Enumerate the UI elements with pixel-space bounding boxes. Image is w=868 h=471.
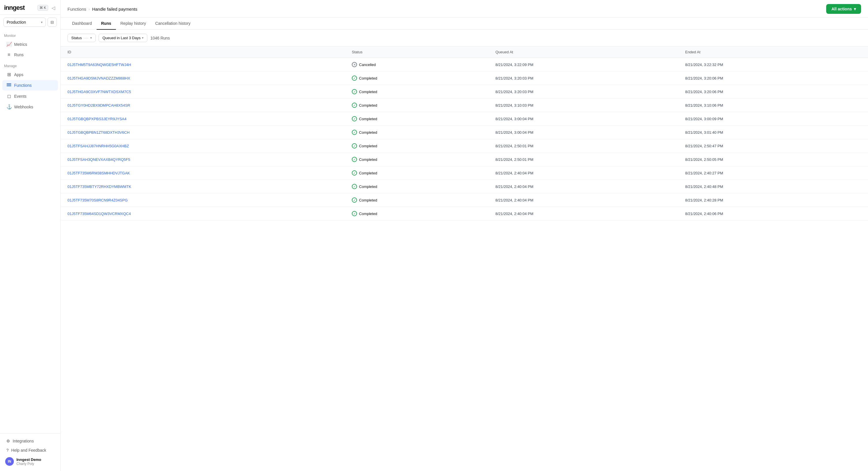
environment-select[interactable]: Production ▾ (3, 18, 46, 27)
table-row: 01J5THGA9C0XVF7NWTXDSXM7C5✓Completed8/21… (61, 85, 868, 99)
run-id-link[interactable]: 01J5TFSAHJJ87HNRHH5G0AXHBZ (67, 144, 129, 148)
sidebar-item-runs[interactable]: ≡ Runs (2, 50, 58, 60)
main-content: Functions › Handle failed payments All a… (61, 0, 868, 471)
runs-table: ID Status Queued At Ended At 01J5THM5T9A… (61, 46, 868, 221)
tab-cancellation[interactable]: Cancellation history (151, 18, 195, 30)
filter-button[interactable]: ⊟ (48, 18, 57, 27)
svg-rect-2 (7, 86, 11, 86)
sidebar-item-help[interactable]: ? Help and Feedback (2, 446, 58, 455)
run-status-cell: ✓Completed (345, 166, 489, 180)
run-id-link[interactable]: 01J5TF735M6RM38SMHHDVJTGAK (67, 171, 130, 175)
run-queued-at: 8/21/2024, 3:22:09 PM (489, 58, 678, 71)
status-filter[interactable]: Status ····· ▾ (67, 34, 96, 42)
breadcrumb-functions-link[interactable]: Functions (67, 7, 86, 11)
sidebar-item-metrics-label: Metrics (14, 42, 27, 47)
run-id-link[interactable]: 01J5THM5T9A63NQWGE5HFTWJ4H (67, 63, 131, 67)
run-queued-at: 8/21/2024, 3:20:03 PM (489, 85, 678, 99)
webhooks-icon: ⚓ (6, 104, 11, 109)
collapse-sidebar-button[interactable]: ◁ (50, 5, 57, 11)
run-id-cell: 01J5TF735MBTY72RHXDYMBWMTK (61, 180, 345, 193)
run-id-link[interactable]: 01J5TGY0HD2BX9DMPCAH8X54SR (67, 103, 130, 107)
run-id-link[interactable]: 01J5THGA9DSMJVNADZZZM868HX (67, 76, 130, 81)
sidebar-item-apps-label: Apps (14, 72, 23, 77)
breadcrumb-current: Handle failed payments (92, 7, 137, 11)
shortcut-icon: ⌘ (39, 6, 43, 10)
run-ended-at: 8/21/2024, 3:20:06 PM (678, 71, 868, 85)
all-actions-button[interactable]: All actions ▾ (826, 4, 861, 14)
run-ended-at: 8/21/2024, 2:50:05 PM (678, 153, 868, 166)
user-row[interactable]: IN Inngest Demo Charly Poly (2, 455, 58, 468)
run-queued-at: 8/21/2024, 2:40:04 PM (489, 207, 678, 221)
run-status-cell: ✓Completed (345, 126, 489, 139)
sidebar-item-metrics[interactable]: 📈 Metrics (2, 39, 58, 49)
queued-filter-label: Queued in Last 3 Days (102, 36, 141, 40)
completed-icon: ✓ (352, 197, 357, 202)
table-row: 01J5TF735M70S8RCN9R4Z04SPG✓Completed8/21… (61, 193, 868, 207)
sidebar-item-webhooks[interactable]: ⚓ Webhooks (2, 102, 58, 112)
run-id-cell: 01J5TGBQBPXPBS3JEYR9JYSA4 (61, 112, 345, 126)
user-info: Inngest Demo Charly Poly (17, 458, 41, 466)
run-queued-at: 8/21/2024, 3:00:04 PM (489, 126, 678, 139)
run-queued-at: 8/21/2024, 2:50:01 PM (489, 139, 678, 153)
sidebar-item-apps[interactable]: ⊞ Apps (2, 69, 58, 80)
run-status-cell: ✓Completed (345, 71, 489, 85)
sidebar-header: inngest ⌘ K ◁ (0, 0, 60, 15)
sidebar-item-functions[interactable]: Functions (2, 80, 58, 91)
environment-selector: Production ▾ ⊟ (3, 18, 57, 27)
run-id-link[interactable]: 01J5TF735M64SD1QW3VCRMXQC4 (67, 212, 131, 216)
tab-dashboard[interactable]: Dashboard (67, 18, 97, 30)
tab-runs[interactable]: Runs (97, 18, 116, 30)
run-id-link[interactable]: 01J5TGBQBPXPBS3JEYR9JYSA4 (67, 117, 126, 121)
shortcut-badge[interactable]: ⌘ K (37, 5, 48, 11)
run-id-cell: 01J5TFSAHJJ87HNRHH5G0AXHBZ (61, 139, 345, 153)
help-icon: ? (6, 448, 9, 452)
environment-label: Production (7, 20, 26, 25)
run-id-cell: 01J5THGA9C0XVF7NWTXDSXM7C5 (61, 85, 345, 99)
run-id-cell: 01J5TF735M70S8RCN9R4Z04SPG (61, 193, 345, 207)
user-sub: Charly Poly (17, 462, 41, 466)
run-ended-at: 8/21/2024, 3:10:06 PM (678, 99, 868, 112)
run-ended-at: 8/21/2024, 3:01:40 PM (678, 126, 868, 139)
completed-icon: ✓ (352, 89, 357, 94)
run-id-link[interactable]: 01J5THGA9C0XVF7NWTXDSXM7C5 (67, 90, 131, 94)
integrations-icon: ⚙ (6, 439, 10, 443)
col-queued-at: Queued At (489, 46, 678, 58)
status-label: Completed (359, 198, 377, 202)
run-id-link[interactable]: 01J5TF735MBTY72RHXDYMBWMTK (67, 185, 131, 189)
run-id-link[interactable]: 01J5TGBQBPBN1ZT68DXTH3V6CH (67, 130, 129, 135)
completed-icon: ✓ (352, 211, 357, 216)
table-row: 01J5TGBQBPBN1ZT68DXTH3V6CH✓Completed8/21… (61, 126, 868, 139)
table-row: 01J5TFSAHJJ87HNRHH5G0AXHBZ✓Completed8/21… (61, 139, 868, 153)
status-label: Completed (359, 157, 377, 162)
run-ended-at: 8/21/2024, 3:00:09 PM (678, 112, 868, 126)
col-status: Status (345, 46, 489, 58)
sidebar-item-help-label: Help and Feedback (11, 448, 46, 452)
sidebar-item-integrations-label: Integrations (13, 439, 34, 443)
status-label: Cancelled (359, 63, 376, 67)
sidebar: inngest ⌘ K ◁ Production ▾ ⊟ Monitor 📈 M… (0, 0, 61, 471)
avatar: IN (5, 457, 14, 466)
sidebar-item-integrations[interactable]: ⚙ Integrations (2, 436, 58, 446)
col-ended-at: Ended At (678, 46, 868, 58)
completed-icon: ✓ (352, 143, 357, 149)
chevron-down-icon: ▾ (41, 21, 43, 24)
run-id-link[interactable]: 01J5TF735M70S8RCN9R4Z04SPG (67, 198, 128, 202)
status-label: Completed (359, 212, 377, 216)
run-id-cell: 01J5TGY0HD2BX9DMPCAH8X54SR (61, 99, 345, 112)
chevron-down-icon: ▾ (90, 36, 92, 40)
run-id-link[interactable]: 01J5TFSAH3QNEVXAXB4QYRQ5F5 (67, 157, 130, 162)
run-ended-at: 8/21/2024, 2:40:06 PM (678, 207, 868, 221)
col-id: ID (61, 46, 345, 58)
completed-icon: ✓ (352, 157, 357, 162)
tab-replay[interactable]: Replay history (116, 18, 151, 30)
run-status-cell: ✓Completed (345, 112, 489, 126)
manage-section-label: Manage (0, 60, 60, 69)
table-row: 01J5TFSAH3QNEVXAXB4QYRQ5F5✓Completed8/21… (61, 153, 868, 166)
sidebar-item-events[interactable]: ◻ Events (2, 91, 58, 101)
run-status-cell: ✓Completed (345, 207, 489, 221)
queued-filter[interactable]: Queued in Last 3 Days ▾ (99, 34, 147, 42)
completed-icon: ✓ (352, 75, 357, 81)
all-actions-label: All actions (831, 7, 852, 11)
completed-icon: ✓ (352, 184, 357, 189)
metrics-icon: 📈 (6, 41, 11, 47)
